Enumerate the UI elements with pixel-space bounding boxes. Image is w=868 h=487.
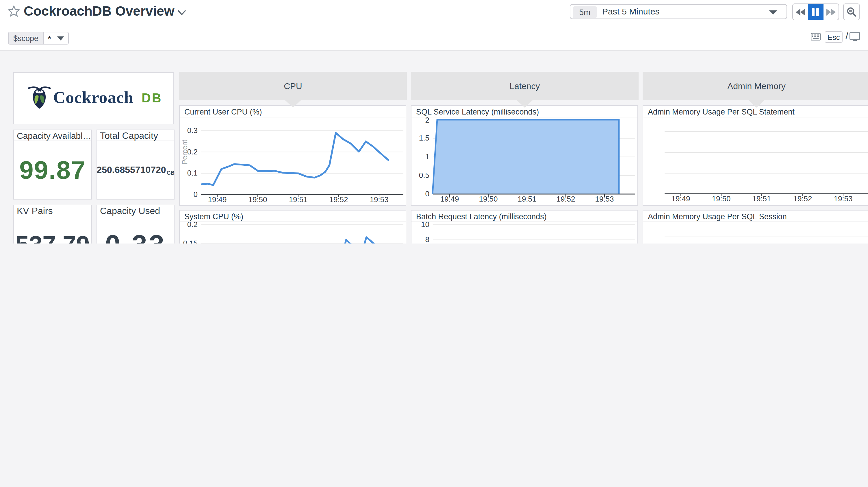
svg-text:19:53: 19:53 (595, 195, 614, 203)
svg-text:0: 0 (194, 190, 198, 199)
svg-text:19:53: 19:53 (834, 194, 852, 203)
svg-text:19:50: 19:50 (479, 195, 498, 203)
svg-text:0.3: 0.3 (187, 126, 198, 135)
svg-text:19:49: 19:49 (671, 194, 690, 203)
svg-text:Cockroach: Cockroach (53, 88, 134, 107)
svg-text:19:49: 19:49 (440, 195, 459, 203)
svg-text:19:49: 19:49 (208, 195, 226, 204)
svg-text:0.5: 0.5 (419, 171, 429, 179)
svg-text:19:51: 19:51 (518, 195, 536, 203)
svg-text:8: 8 (425, 235, 429, 244)
svg-text:DB: DB (142, 91, 162, 105)
svg-text:19:52: 19:52 (329, 195, 348, 204)
svg-text:19:50: 19:50 (712, 194, 731, 203)
svg-text:19:51: 19:51 (752, 194, 771, 203)
svg-text:0.1: 0.1 (187, 169, 198, 177)
svg-text:19:51: 19:51 (289, 195, 307, 204)
svg-text:1.5: 1.5 (419, 134, 429, 142)
svg-text:0: 0 (425, 190, 429, 198)
svg-text:19:52: 19:52 (556, 195, 575, 203)
svg-text:19:53: 19:53 (370, 195, 389, 204)
svg-text:19:52: 19:52 (793, 194, 812, 203)
svg-text:0.2: 0.2 (187, 147, 198, 156)
svg-text:0.15: 0.15 (183, 239, 198, 244)
svg-text:19:50: 19:50 (248, 195, 267, 204)
svg-text:1: 1 (425, 152, 429, 161)
